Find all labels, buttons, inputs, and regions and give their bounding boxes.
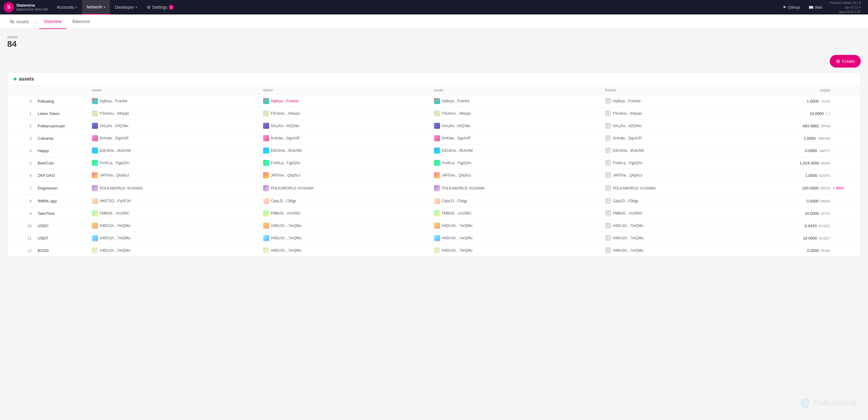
owner-cell: H4DU1h…7erQMu: [92, 223, 263, 229]
supply-cell: 0.0000 HAPPY: [776, 148, 830, 153]
assets-section-label: Assets: [16, 19, 29, 24]
supply-symbol: BUSD: [821, 249, 830, 253]
supply-amount: 0.0000: [805, 148, 817, 153]
supply-symbol: TDOG: [821, 100, 830, 103]
freezer-icon: [605, 123, 611, 129]
issuer-icon: [434, 123, 440, 129]
status-dot: [13, 78, 17, 81]
mint-plus-icon: +: [833, 186, 835, 190]
owner-icon: [92, 185, 98, 191]
mint-button[interactable]: + Mint: [830, 185, 846, 192]
col-admin: admin: [263, 88, 434, 92]
row-name: Polkanuannuan: [38, 124, 92, 128]
supply-symbol: L T: [826, 112, 830, 116]
top-nav: S Statemine statemine/2 #444,430 Account…: [0, 0, 868, 15]
supply-symbol: BPNN: [821, 124, 830, 128]
admin-addr: FMBof2…rm1R6C: [271, 211, 301, 216]
issuer-icon: [434, 185, 440, 191]
app-name: Statemine: [16, 3, 48, 8]
freezer-icon: [605, 98, 611, 104]
tab-balances[interactable]: Balances: [67, 15, 95, 29]
row-name: Dogeseven: [38, 186, 92, 190]
row-id: 7: [13, 186, 38, 190]
assets-count-section: assets 84: [7, 35, 861, 49]
admin-cell: GoLjXa…b2Q3du: [263, 123, 434, 129]
issuer-icon: [434, 172, 440, 178]
admin-icon: [263, 185, 269, 191]
github-button[interactable]: ⚑ GitHub: [779, 0, 804, 15]
admin-addr: FvoKLq…FgpQXn: [271, 161, 301, 165]
freezer-icon: [605, 247, 611, 253]
owner-addr: DrrKdw…DgcHJP: [100, 136, 129, 140]
owner-addr: H4DU1h…7erQMu: [100, 248, 130, 253]
supply-symbol: RMRK: [821, 199, 830, 203]
wiki-button[interactable]: 📖 Wiki: [805, 0, 826, 15]
owner-cell: FvoKLq…FgpQXn: [92, 160, 263, 166]
row-name: TakeTime: [38, 211, 92, 216]
freezer-cell: FvoKLq…FgpQXn: [605, 160, 776, 166]
supply-amount: 19.0000: [803, 236, 817, 241]
issuer-addr: H4DU1h…7erQMu: [442, 236, 472, 240]
issuer-cell: H4DU1h…7erQMu: [434, 223, 605, 229]
admin-icon: [263, 98, 269, 104]
settings-badge: 1: [169, 5, 174, 10]
admin-icon: [263, 198, 269, 204]
owner-icon: [92, 172, 98, 178]
freezer-addr: J4F5Xw…Qhp5uJ: [613, 173, 642, 177]
app-logo[interactable]: S Statemine statemine/2 #444,430: [4, 2, 52, 12]
supply-amount: 1,024.0000: [800, 161, 819, 165]
owner-addr: FMBof2…rm1R6C: [100, 211, 130, 216]
table-row: 8 RMRK.app HKKT5D…FqSFJH CpjsLD…tTafgp C…: [7, 195, 861, 207]
admin-cell: H4DU1h…7erQMu: [263, 247, 434, 253]
issuer-icon: [434, 110, 440, 116]
issuer-cell: HyBrya…Fcenhd: [434, 98, 605, 104]
issuer-cell: FSUwnu…94syqo: [434, 110, 605, 116]
admin-addr: CpjsLD…tTafgp: [271, 199, 296, 203]
supply-amount: 10.0000: [805, 211, 819, 216]
developer-nav-button[interactable]: Developer ▾: [110, 0, 142, 15]
issuer-addr: HyBrya…Fcenhd: [442, 99, 469, 103]
admin-addr: J4F5Xw…Qhp5uJ: [271, 173, 300, 177]
col-headers: owner admin issuer freezer supply: [7, 86, 861, 95]
owner-addr: FSUwnu…94syqo: [100, 111, 129, 116]
freezer-cell: GoLjXa…b2Q3du: [605, 123, 776, 129]
supply-amount: 10.0000: [809, 111, 824, 116]
admin-cell: FMBof2…rm1R6C: [263, 210, 434, 216]
freezer-cell: J4F5Xw…Qhp5uJ: [605, 172, 776, 178]
main-content: assets 84 ⊕ Create assets owner admin is…: [0, 29, 868, 263]
owner-addr: GoLjXa…b2Q3du: [100, 124, 128, 128]
owner-icon: [92, 198, 98, 204]
owner-addr: POLKAWORLD- KUSAMA: [100, 186, 143, 190]
row-id: 6: [13, 173, 38, 178]
row-name: Listen Token: [38, 111, 92, 116]
subnav-divider: ›: [34, 19, 38, 25]
row-id: 5: [13, 161, 38, 165]
create-button[interactable]: ⊕ Create: [830, 55, 861, 67]
admin-icon: [263, 123, 269, 129]
owner-cell: HKKT5D…FqSFJH: [92, 198, 263, 204]
issuer-icon: [434, 98, 440, 104]
settings-nav-button[interactable]: ⚙ Settings 1: [142, 0, 179, 15]
freezer-cell: H4DU1h…7erQMu: [605, 223, 776, 229]
freezer-cell: FMBof2…rm1R6C: [605, 210, 776, 216]
tab-overview[interactable]: Overview: [39, 15, 66, 29]
col-owner: owner: [92, 88, 263, 92]
supply-cell: 682.6682 BPNN: [776, 124, 830, 128]
table-row: 7 Dogeseven POLKAWORLD- KUSAMA POLKAWORL…: [7, 181, 861, 195]
supply-cell: 1.0000 BZKPD: [776, 173, 830, 178]
supply-cell: 0.0000 RMRK: [776, 199, 830, 203]
freezer-addr: FSUwnu…94syqo: [613, 111, 642, 116]
admin-addr: EdCdVw…BUivAW: [271, 148, 302, 153]
row-id: 11: [13, 236, 38, 241]
admin-addr[interactable]: HyBrya…Fcenhd: [271, 99, 299, 103]
network-nav-button[interactable]: Network ▾: [82, 0, 110, 15]
admin-addr: GoLjXa…b2Q3du: [271, 124, 300, 128]
table-row: 5 BeerCoin FvoKLq…FgpQXn FvoKLq…FgpQXn F…: [7, 157, 861, 169]
accounts-nav-button[interactable]: Accounts ▾: [52, 0, 82, 15]
supply-amount: 0.0000: [807, 248, 819, 253]
admin-cell: H4DU1h…7erQMu: [263, 235, 434, 241]
network-chevron-icon: ▾: [104, 5, 105, 9]
freezer-addr: FMBof2…rm1R6C: [613, 211, 643, 216]
owner-cell: EdCdVw…BUivAW: [92, 147, 263, 153]
supply-symbol: HAPPY: [819, 149, 830, 153]
